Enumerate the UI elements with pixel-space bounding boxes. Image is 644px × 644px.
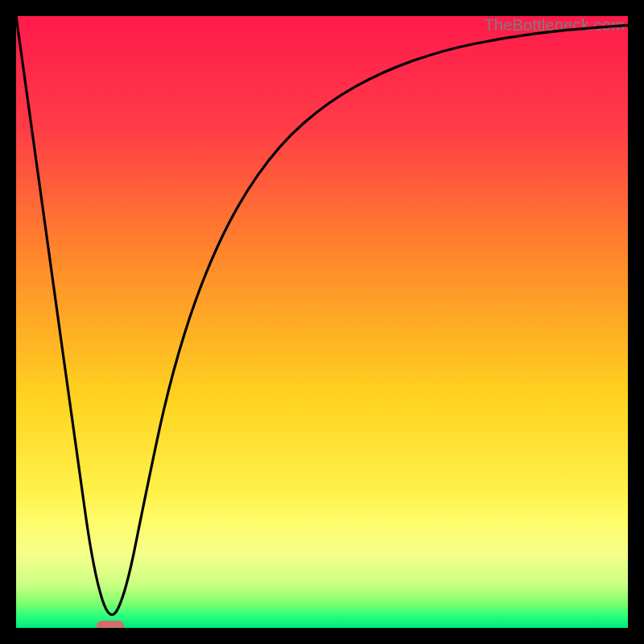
- min-point-marker: [97, 621, 124, 628]
- bottleneck-curve: [16, 16, 628, 628]
- chart-frame: TheBottleneck.com: [0, 0, 644, 644]
- plot-area: TheBottleneck.com: [16, 16, 628, 628]
